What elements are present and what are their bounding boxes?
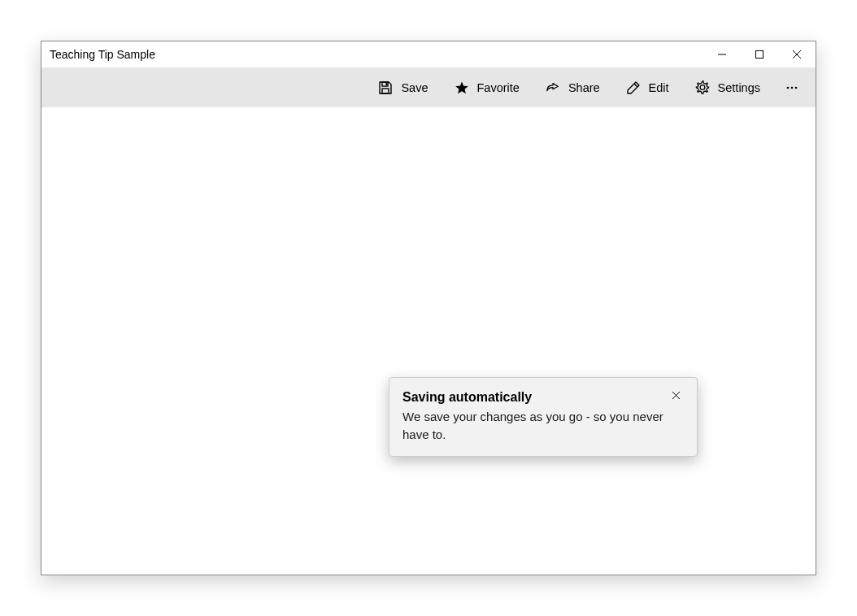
more-icon bbox=[785, 80, 799, 95]
svg-point-9 bbox=[787, 86, 790, 89]
save-button[interactable]: Save bbox=[365, 67, 441, 107]
gear-icon bbox=[695, 80, 710, 95]
favorite-button[interactable]: Favorite bbox=[442, 67, 533, 107]
toolbar: Save Favorite Share bbox=[41, 67, 816, 107]
svg-rect-5 bbox=[382, 89, 389, 93]
share-button[interactable]: Share bbox=[533, 67, 613, 107]
window-controls bbox=[703, 41, 816, 67]
content-area bbox=[41, 107, 816, 575]
close-icon bbox=[672, 388, 681, 403]
svg-point-11 bbox=[795, 86, 798, 89]
pencil-icon bbox=[626, 80, 641, 95]
star-icon bbox=[455, 80, 469, 95]
teaching-tip-body: We save your changes as you go - so you … bbox=[402, 408, 684, 444]
teaching-tip-header: Saving automatically bbox=[402, 389, 684, 406]
share-icon bbox=[546, 80, 560, 95]
teaching-tip: Saving automatically We save your change… bbox=[389, 377, 698, 457]
close-icon bbox=[792, 50, 802, 59]
settings-button[interactable]: Settings bbox=[682, 67, 773, 107]
app-window: Teaching Tip Sample bbox=[41, 41, 816, 575]
save-icon bbox=[378, 80, 393, 95]
save-label: Save bbox=[401, 81, 428, 94]
edit-label: Edit bbox=[649, 81, 669, 94]
svg-rect-1 bbox=[756, 51, 763, 59]
maximize-button[interactable] bbox=[741, 41, 778, 67]
svg-point-8 bbox=[700, 85, 705, 90]
window-title: Teaching Tip Sample bbox=[41, 48, 703, 61]
minimize-icon bbox=[717, 50, 727, 59]
svg-line-7 bbox=[634, 84, 637, 87]
close-button[interactable] bbox=[778, 41, 816, 67]
edit-button[interactable]: Edit bbox=[613, 67, 682, 107]
svg-point-10 bbox=[791, 86, 794, 89]
teaching-tip-close-button[interactable] bbox=[668, 388, 684, 404]
favorite-label: Favorite bbox=[477, 81, 520, 94]
svg-rect-6 bbox=[386, 83, 388, 85]
teaching-tip-title: Saving automatically bbox=[402, 389, 668, 406]
share-label: Share bbox=[568, 81, 600, 94]
titlebar: Teaching Tip Sample bbox=[41, 41, 816, 67]
minimize-button[interactable] bbox=[703, 41, 741, 67]
more-button[interactable] bbox=[773, 67, 811, 107]
settings-label: Settings bbox=[718, 81, 760, 94]
maximize-icon bbox=[755, 50, 764, 59]
